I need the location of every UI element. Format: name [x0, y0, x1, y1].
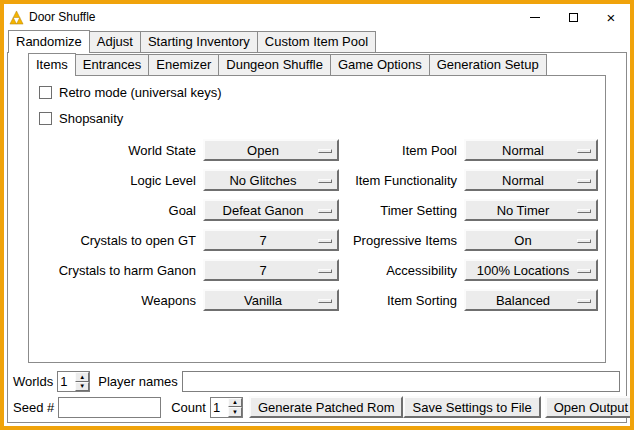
items-pane: Retro mode (universal keys) Shopsanity W…: [28, 75, 606, 363]
worlds-spin-down-icon[interactable]: ▼: [75, 382, 89, 392]
player-names-input[interactable]: [182, 371, 620, 392]
titlebar: Door Shuffle ×: [4, 4, 630, 30]
shopsanity-checkbox[interactable]: [39, 112, 52, 125]
world-state-dropdown[interactable]: Open: [203, 139, 339, 161]
shopsanity-checkbox-row[interactable]: Shopsanity: [39, 111, 605, 126]
open-output-directory-button[interactable]: Open Output Directory: [545, 396, 634, 418]
dropdown-indicator-icon: [577, 299, 591, 303]
shopsanity-label: Shopsanity: [59, 111, 123, 126]
retro-mode-label: Retro mode (universal keys): [59, 85, 222, 100]
close-icon: ×: [607, 10, 616, 25]
weapons-value: Vanilla: [244, 293, 282, 308]
tab-items[interactable]: Items: [28, 53, 76, 76]
tab-enemizer[interactable]: Enemizer: [148, 54, 219, 75]
item-sorting-label: Item Sorting: [346, 293, 457, 308]
randomize-pane: Items Entrances Enemizer Dungeon Shuffle…: [7, 52, 627, 423]
progressive-items-dropdown[interactable]: On: [464, 229, 598, 251]
retro-mode-checkbox-row[interactable]: Retro mode (universal keys): [39, 85, 605, 100]
logic-level-value: No Glitches: [229, 173, 296, 188]
accessibility-dropdown[interactable]: 100% Locations: [464, 259, 598, 281]
worlds-input[interactable]: [58, 372, 75, 391]
tab-dungeon-shuffle[interactable]: Dungeon Shuffle: [218, 54, 331, 75]
dropdown-indicator-icon: [318, 149, 332, 153]
count-spin-down-icon[interactable]: ▼: [228, 407, 242, 417]
item-sorting-value: Balanced: [496, 293, 550, 308]
crystals-gt-dropdown[interactable]: 7: [203, 229, 339, 251]
dropdown-indicator-icon: [577, 179, 591, 183]
worlds-spinner: ▲ ▼: [57, 371, 90, 392]
app-window: Door Shuffle × Randomize Adjust Starting…: [0, 0, 634, 430]
dropdown-indicator-icon: [577, 269, 591, 273]
sub-tab-bar: Items Entrances Enemizer Dungeon Shuffle…: [8, 53, 626, 75]
crystals-ganon-dropdown[interactable]: 7: [203, 259, 339, 281]
weapons-dropdown[interactable]: Vanilla: [203, 289, 339, 311]
retro-mode-checkbox[interactable]: [39, 86, 52, 99]
dropdown-indicator-icon: [318, 209, 332, 213]
progressive-items-label: Progressive Items: [346, 233, 457, 248]
bottom-controls: Worlds ▲ ▼ Player names Seed # Count: [8, 368, 626, 422]
item-pool-dropdown[interactable]: Normal: [464, 139, 598, 161]
crystals-gt-label: Crystals to open GT: [39, 233, 196, 248]
seed-label: Seed #: [13, 400, 54, 415]
tab-generation-setup[interactable]: Generation Setup: [429, 54, 547, 75]
item-functionality-value: Normal: [502, 173, 544, 188]
crystals-ganon-value: 7: [259, 263, 266, 278]
window-title: Door Shuffle: [29, 10, 96, 24]
tab-randomize[interactable]: Randomize: [8, 30, 90, 53]
timer-setting-dropdown[interactable]: No Timer: [464, 199, 598, 221]
minimize-button[interactable]: [516, 4, 554, 30]
accessibility-label: Accessibility: [346, 263, 457, 278]
goal-value: Defeat Ganon: [223, 203, 304, 218]
seed-input[interactable]: [58, 397, 161, 418]
main-tab-bar: Randomize Adjust Starting Inventory Cust…: [4, 30, 630, 52]
maximize-icon: [569, 13, 578, 22]
maximize-button[interactable]: [554, 4, 592, 30]
goal-label: Goal: [39, 203, 196, 218]
save-settings-button[interactable]: Save Settings to File: [403, 396, 540, 418]
dropdown-indicator-icon: [318, 179, 332, 183]
tab-custom-item-pool[interactable]: Custom Item Pool: [257, 31, 376, 52]
dropdown-indicator-icon: [577, 209, 591, 213]
item-functionality-dropdown[interactable]: Normal: [464, 169, 598, 191]
goal-dropdown[interactable]: Defeat Ganon: [203, 199, 339, 221]
timer-setting-label: Timer Setting: [346, 203, 457, 218]
weapons-label: Weapons: [39, 293, 196, 308]
accessibility-value: 100% Locations: [477, 263, 570, 278]
count-label: Count: [171, 400, 206, 415]
crystals-ganon-label: Crystals to harm Ganon: [39, 263, 196, 278]
progressive-items-value: On: [514, 233, 531, 248]
worlds-label: Worlds: [13, 374, 53, 389]
tab-game-options[interactable]: Game Options: [330, 54, 430, 75]
window-controls: ×: [516, 4, 630, 30]
tab-adjust[interactable]: Adjust: [89, 31, 141, 52]
item-sorting-dropdown[interactable]: Balanced: [464, 289, 598, 311]
tab-starting-inventory[interactable]: Starting Inventory: [140, 31, 258, 52]
timer-setting-value: No Timer: [497, 203, 550, 218]
dropdown-indicator-icon: [318, 299, 332, 303]
item-pool-value: Normal: [502, 143, 544, 158]
item-pool-label: Item Pool: [346, 143, 457, 158]
minimize-icon: [530, 17, 540, 18]
dropdown-indicator-icon: [577, 239, 591, 243]
count-spinner: ▲ ▼: [210, 397, 243, 418]
logic-level-label: Logic Level: [39, 173, 196, 188]
player-names-label: Player names: [98, 374, 177, 389]
world-state-label: World State: [39, 143, 196, 158]
app-icon: [9, 10, 24, 25]
tab-entrances[interactable]: Entrances: [75, 54, 150, 75]
count-spin-up-icon[interactable]: ▲: [228, 398, 242, 408]
dropdown-indicator-icon: [318, 239, 332, 243]
dropdown-indicator-icon: [577, 149, 591, 153]
crystals-gt-value: 7: [259, 233, 266, 248]
count-input[interactable]: [211, 398, 228, 417]
generation-row: Seed # Count ▲ ▼ Generate Patched Rom Sa…: [13, 396, 622, 418]
world-state-value: Open: [247, 143, 279, 158]
settings-grid: World State Open Item Pool Normal Logic …: [39, 139, 598, 311]
worlds-spin-up-icon[interactable]: ▲: [75, 372, 89, 382]
item-functionality-label: Item Functionality: [346, 173, 457, 188]
multiworld-row: Worlds ▲ ▼ Player names: [13, 371, 622, 392]
logic-level-dropdown[interactable]: No Glitches: [203, 169, 339, 191]
dropdown-indicator-icon: [318, 269, 332, 273]
generate-patched-rom-button[interactable]: Generate Patched Rom: [249, 396, 404, 418]
close-button[interactable]: ×: [592, 4, 630, 30]
